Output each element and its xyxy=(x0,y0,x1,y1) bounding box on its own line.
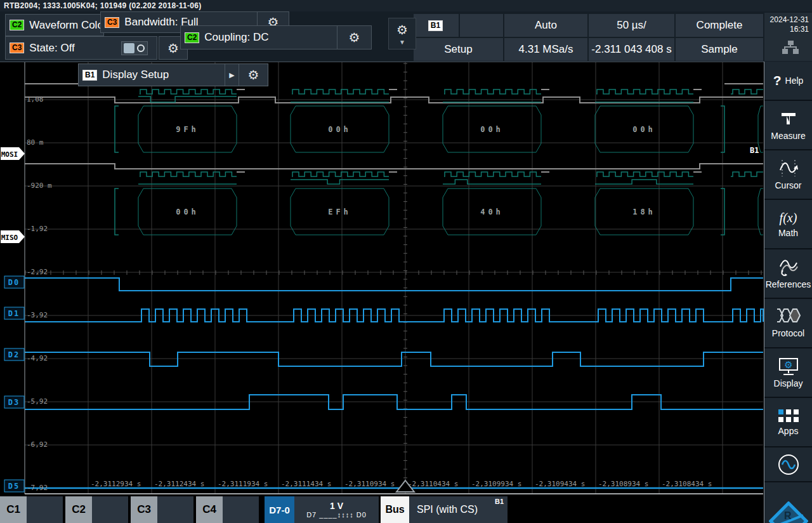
sidebar-item-label: References xyxy=(766,279,811,289)
toggle-off-segment xyxy=(137,44,145,52)
display-setup-settings-button[interactable]: ⚙ xyxy=(239,64,268,86)
d3-channel-label[interactable]: D3 xyxy=(8,398,20,407)
coupling-settings-button[interactable]: ⚙ xyxy=(337,26,371,49)
channel-tab-c3[interactable]: C3 xyxy=(131,496,157,523)
y-axis-label: -4,92 xyxy=(27,354,48,362)
clk-signal-miso xyxy=(140,172,237,176)
channel-value[interactable] xyxy=(92,496,128,523)
svg-text:⚙: ⚙ xyxy=(784,359,792,370)
digital-channel-cell[interactable]: D7-0 1 V D7 ____↕↕↕↕ D0 xyxy=(265,496,379,523)
channel-cell-c1[interactable]: C1 xyxy=(0,496,63,523)
channel-cell-c4[interactable]: C4 xyxy=(196,496,259,523)
mosi-hex-value: 00h xyxy=(632,125,656,134)
d2-waveform xyxy=(25,352,763,366)
miso-data-signal xyxy=(443,180,541,184)
miso-data-signal xyxy=(595,180,693,184)
channel-cell-c3[interactable]: C3 xyxy=(131,496,193,523)
frame-open-bracket xyxy=(115,106,119,152)
sidebar-item-menu[interactable]: RSMenu xyxy=(764,482,812,523)
timebase-cell[interactable]: 50 µs/ xyxy=(589,14,674,37)
miso-channel-label[interactable]: MISO xyxy=(1,234,18,242)
toolbar: C2 Waveform Colo C3 Bandwidth: Full ⚙ C2… xyxy=(0,11,812,62)
channel-tab-c4[interactable]: C4 xyxy=(196,496,223,523)
acquisition-mode-cell[interactable]: Sample xyxy=(676,38,763,61)
cursor-wave-icon xyxy=(778,159,799,178)
time-axis-label: -2,3111934 s xyxy=(218,480,268,488)
clk-signal-mosi xyxy=(596,89,693,94)
sidebar-item-help[interactable]: ?Help xyxy=(764,62,812,101)
d5-channel-label[interactable]: D5 xyxy=(8,482,20,491)
miso-data-signal xyxy=(291,180,389,184)
toolbar-settings-button[interactable]: ⚙ ▼ xyxy=(388,18,416,50)
channel-value[interactable] xyxy=(27,496,63,523)
clk-signal-miso xyxy=(596,172,693,176)
setup-cell[interactable]: Setup xyxy=(414,38,503,61)
toggle-on-segment xyxy=(124,43,134,53)
sidebar-menu: ?HelpMeasureCursorf(x)MathReferencesProt… xyxy=(764,62,812,523)
sidebar-item-display[interactable]: ⚙Display xyxy=(764,348,812,398)
time-axis-label: -2,3110434 s xyxy=(408,480,458,488)
state-dialog[interactable]: C3 State: Off xyxy=(5,36,157,60)
sidebar-item-references[interactable]: References xyxy=(764,249,812,299)
channel-badge-c3: C3 xyxy=(105,17,119,28)
sidebar-item-label: Protocol xyxy=(772,328,804,338)
clk-signal-mosi-partial xyxy=(731,89,763,94)
bus-cell[interactable]: Bus SPI (with CS) B1 xyxy=(381,496,508,523)
gear-icon: ⚙ xyxy=(349,30,360,45)
waveform-plot: 9Fh00h00h00h00hEFh40h18h1,0880 m-920 m-1… xyxy=(0,62,764,496)
d0-waveform xyxy=(25,278,763,291)
time-axis-label: -2,3108434 s xyxy=(662,480,712,488)
chevron-down-icon: ▼ xyxy=(399,39,405,46)
ref-waves-icon xyxy=(778,258,799,277)
bus-status-cell[interactable]: B1 xyxy=(414,14,459,37)
empty-status-cell[interactable] xyxy=(460,14,503,37)
gear-icon: ⚙ xyxy=(396,22,408,37)
sidebar-item-protocol[interactable]: Protocol xyxy=(764,299,812,348)
d0-channel-label[interactable]: D0 xyxy=(8,278,20,287)
channel-value[interactable] xyxy=(157,496,193,523)
d1-channel-label[interactable]: D1 xyxy=(8,309,20,318)
display-setup-dialog[interactable]: B1 Display Setup ▶ ⚙ xyxy=(78,63,268,86)
horizontal-position-cell[interactable]: -2.311 043 408 s xyxy=(589,38,674,61)
y-axis-label: -2,92 xyxy=(27,268,48,276)
y-axis-label: -1,92 xyxy=(27,225,48,233)
bus-tab[interactable]: Bus xyxy=(381,496,409,523)
waveform-display-area: 9Fh00h00h00h00hEFh40h18h1,0880 m-920 m-1… xyxy=(0,62,764,496)
channel-tab-c1[interactable]: C1 xyxy=(0,496,27,523)
digital-channel-tab[interactable]: D7-0 xyxy=(265,496,294,523)
digital-scale: 1 V xyxy=(330,501,343,511)
rs-logo-icon: RS xyxy=(769,501,808,523)
sidebar-item-apps[interactable]: Apps xyxy=(764,398,812,447)
acquisition-status-cell[interactable]: Complete xyxy=(676,14,763,37)
sidebar-item-math[interactable]: f(x)Math xyxy=(764,200,812,249)
state-toggle[interactable] xyxy=(121,41,148,55)
waveform-color-dialog[interactable]: C2 Waveform Colo xyxy=(5,14,104,36)
mosi-channel-label[interactable]: MOSI xyxy=(1,150,18,159)
sidebar-item-label: Help xyxy=(785,76,804,86)
sidebar-item-cursor[interactable]: Cursor xyxy=(764,150,812,200)
y-axis-label: 80 m xyxy=(27,138,44,147)
coupling-dialog[interactable]: C2 Coupling: DC ⚙ xyxy=(180,25,372,50)
expand-arrow-icon[interactable]: ▶ xyxy=(225,64,239,86)
channel-cell-c2[interactable]: C2 xyxy=(65,496,128,523)
trigger-mode-cell[interactable]: Auto xyxy=(504,14,587,37)
frame-open-bracket xyxy=(115,189,119,235)
gear-icon: ⚙ xyxy=(248,67,259,83)
state-label: State: Off xyxy=(29,42,75,55)
sidebar-item-label: Display xyxy=(774,378,803,388)
sidebar-item-gen[interactable] xyxy=(764,447,812,482)
miso-hex-value: 00h xyxy=(176,208,199,216)
channel-badge-c3: C3 xyxy=(10,43,24,53)
sample-rate-cell[interactable]: 4.31 MSa/s xyxy=(504,38,587,61)
miso-hex-value: 18h xyxy=(632,208,656,216)
channel-tab-c2[interactable]: C2 xyxy=(65,496,92,523)
digital-channel-value[interactable]: 1 V D7 ____↕↕↕↕ D0 xyxy=(294,496,379,523)
monitor-gear-icon: ⚙ xyxy=(778,357,799,376)
d2-channel-label[interactable]: D2 xyxy=(8,350,20,359)
datetime-cell[interactable]: 2024-12-31 16:31 xyxy=(764,13,812,61)
sidebar-item-label: Measure xyxy=(771,131,805,141)
sidebar-item-measure[interactable]: Measure xyxy=(764,101,812,150)
channel-value[interactable] xyxy=(223,496,259,523)
bus-value[interactable]: SPI (with CS) B1 xyxy=(409,496,508,523)
time-axis-label: -2,3108934 s xyxy=(598,480,648,488)
